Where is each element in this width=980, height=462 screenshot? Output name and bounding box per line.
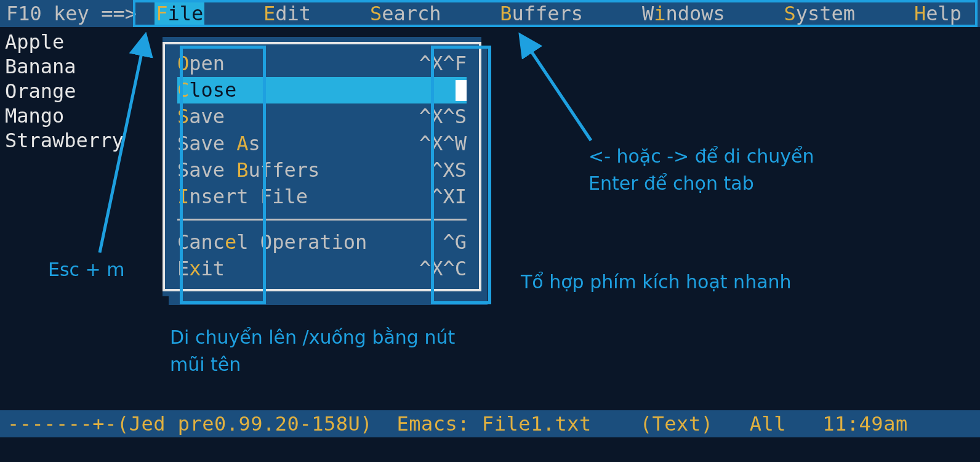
menu-item-label: Save As [177, 131, 260, 157]
menu-item-save-as[interactable]: Save As^X^W [177, 131, 467, 157]
text-buffer: AppleBananaOrangeMangoStrawberry [5, 30, 124, 153]
menu-item-shortcut: ^XS [412, 157, 467, 184]
buffer-line: Apple [5, 30, 124, 54]
annotation-shortcut-hint: Tổ hợp phím kích hoạt nhanh [521, 269, 792, 296]
menu-item-shortcut: ^X^W [401, 131, 467, 157]
menu-item-label: Open [177, 51, 225, 77]
buffer-line: Orange [5, 79, 124, 103]
annotation-left-right: <- hoặc -> để di chuyển Enter để chọn ta… [588, 143, 814, 197]
menu-item-shortcut: ^XI [412, 184, 467, 210]
menu-item-System[interactable]: System [784, 2, 856, 25]
menu-item-Help[interactable]: Help [914, 2, 962, 25]
menu-item-Edit[interactable]: Edit [263, 2, 311, 25]
menu-item-shortcut: ^X^F [401, 51, 467, 77]
menu-item-close[interactable]: Close [177, 77, 467, 103]
menu-item-shortcut: ^X^C [401, 256, 467, 282]
annotation-up-down: Di chuyển lên /xuống bằng nút mũi tên [170, 324, 455, 378]
menu-item-label: Save [177, 103, 225, 130]
menu-item-label: Save Buffers [177, 157, 319, 184]
menu-items: FileEditSearchBuffersWindowsSystemHelp [148, 2, 980, 25]
menu-item-File[interactable]: File [155, 2, 204, 25]
menu-item-open[interactable]: Open^X^F [177, 51, 467, 77]
menu-bar: F10 key ==> FileEditSearchBuffersWindows… [0, 0, 980, 27]
menu-item-cancel-operation[interactable]: Cancel Operation^G [177, 229, 467, 256]
menu-item-label: Close [177, 77, 236, 103]
menu-item-Search[interactable]: Search [370, 2, 441, 25]
menu-item-save-buffers[interactable]: Save Buffers^XS [177, 157, 467, 184]
arrow-lr-to-menubar [521, 36, 591, 140]
buffer-line: Strawberry [5, 128, 124, 153]
buffer-line: Mango [5, 103, 124, 128]
menu-item-save[interactable]: Save^X^S [177, 103, 467, 130]
menu-item-label: Cancel Operation [177, 229, 367, 256]
annotation-esc-m: Esc + m [48, 256, 125, 283]
menu-item-shortcut: ^G [424, 229, 467, 256]
menu-item-exit[interactable]: Exit^X^C [177, 256, 467, 282]
cursor-block [456, 80, 467, 101]
menu-item-Buffers[interactable]: Buffers [500, 2, 583, 25]
menu-item-label: Insert File [177, 184, 308, 210]
status-bar: -------+-(Jed pre0.99.20-158U) Emacs: Fi… [0, 410, 980, 437]
menu-item-Windows[interactable]: Windows [642, 2, 725, 25]
menu-item-shortcut: ^X^S [401, 103, 467, 130]
file-menu-dropdown: Open^X^FCloseSave^X^SSave As^X^WSave Buf… [163, 37, 481, 296]
annotation-arrows [0, 0, 980, 462]
menu-separator [177, 219, 467, 221]
menu-item-label: Exit [177, 256, 225, 282]
menu-item-insert-file[interactable]: Insert File^XI [177, 184, 467, 210]
menu-bar-prompt: F10 key ==> [6, 2, 148, 25]
buffer-line: Banana [5, 54, 124, 79]
status-bar-text: -------+-(Jed pre0.99.20-158U) Emacs: Fi… [7, 412, 908, 436]
